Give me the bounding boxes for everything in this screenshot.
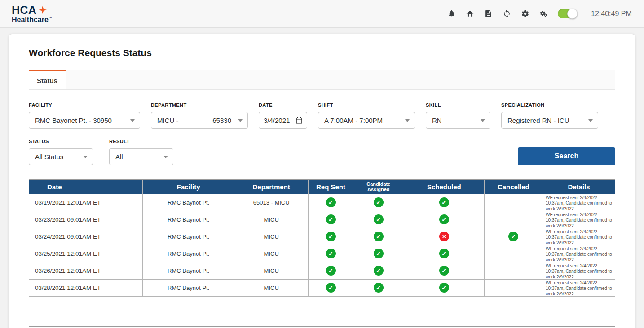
workforce-requests-card: Workforce Requests Status Status FACILIT… [9,34,635,328]
shift-value: A 7:00AM - 7:00PM [324,117,383,124]
check-icon: ✓ [326,283,336,293]
status-select[interactable]: All Status [29,148,93,165]
result-value: All [115,153,123,161]
table-row: 03/25/2021 12:01AM ETRMC Baynot Pt.MICU✓… [29,245,615,262]
trademark: ™ [49,16,52,20]
current-time: 12:40:49 PM [591,10,632,18]
cell-details: WF request sent 2/4/2022 10:37am, Candid… [543,228,615,245]
cell-cancelled [484,194,543,211]
cell-scheduled: × [404,228,485,245]
cell-scheduled: ✓ [404,279,485,296]
cell-req_sent: ✓ [309,245,353,262]
table-row: 03/24/2021 09:01AM ETRMC Baynot Pt.MICU✓… [29,228,615,245]
cell-details: WF request sent 2/4/2022 10:37am, Candid… [543,245,615,262]
settings-gear-icon[interactable] [521,9,529,18]
home-icon[interactable] [466,9,474,18]
cell-date: 03/26/2021 12:01AM ET [29,262,143,279]
cell-scheduled: ✓ [404,194,485,211]
cell-facility: RMC Baynot Pt. [143,245,234,262]
availability-toggle[interactable] [558,9,577,18]
cell-cancelled [484,245,543,262]
cell-date: 03/28/2021 12:01AM ET [29,279,143,296]
details-text: WF request sent 2/4/2022 10:37am, Candid… [546,229,612,244]
cell-department: MICU [234,245,309,262]
chevron-down-icon [130,119,135,122]
chevron-down-icon [163,156,168,158]
chevron-down-icon [405,119,410,122]
cell-date: 03/19/2021 12:01AM ET [29,194,143,211]
department-value: MICU - [157,117,179,124]
col-header-date: Date [29,180,143,194]
results-table-body: 03/19/2021 12:01AM ETRMC Baynot Pt.65013… [29,194,615,296]
cell-candidate_assigned: ✓ [353,245,404,262]
hca-star-icon [38,5,47,14]
specialization-value: Registered RN - ICU [507,117,569,124]
cell-department: MICU [234,211,309,228]
cell-candidate_assigned: ✓ [353,211,404,228]
facility-field: FACILITY RMC Bayonet Pt. - 30950 [29,102,140,129]
check-icon: ✓ [326,214,336,224]
department-select[interactable]: MICU - 65330 [151,112,248,129]
chevron-down-icon [238,119,243,122]
check-icon: ✓ [326,266,336,276]
cell-department: MICU [234,279,309,296]
check-icon: ✓ [374,249,384,258]
department-field: DEPARTMENT MICU - 65330 [151,102,248,129]
check-icon: ✓ [374,232,384,241]
cell-details: WF request sent 2/4/2022 10:37am, Candid… [543,194,615,211]
cell-date: 03/23/2021 09:01AM ET [29,211,143,228]
tab-status[interactable]: Status [29,70,66,89]
cell-facility: RMC Baynot Pt. [143,279,234,296]
results-table-wrap: Date Facility Department Req Sent Candid… [29,179,615,327]
chevron-down-icon [481,119,485,122]
toggle-knob [567,9,578,19]
check-icon: ✓ [374,266,384,276]
shift-select[interactable]: A 7:00AM - 7:00PM [318,112,415,129]
check-icon: ✓ [326,232,336,241]
col-header-department: Department [234,180,309,194]
check-icon: ✓ [439,197,449,207]
cell-department: 65013 - MICU [234,194,309,211]
cell-candidate_assigned: ✓ [353,194,404,211]
cell-req_sent: ✓ [309,262,353,279]
details-text: WF request sent 2/4/2022 10:37am, Candid… [546,212,612,227]
skill-field: SKILL RN [426,102,490,129]
col-header-facility: Facility [143,180,234,194]
cell-scheduled: ✓ [404,245,485,262]
cell-cancelled [484,211,543,228]
facility-label: FACILITY [29,102,140,108]
document-icon[interactable] [484,9,493,18]
specialization-select[interactable]: Registered RN - ICU [501,112,598,129]
check-icon: ✓ [439,249,449,258]
cell-details: WF request sent 2/4/2022 10:37am, Candid… [543,262,615,279]
result-label: RESULT [109,139,173,144]
candidate-header-line2: Assigned [353,187,404,192]
skill-value: RN [432,117,442,124]
cell-facility: RMC Baynot Pt. [143,228,234,245]
calendar-icon[interactable] [295,116,303,124]
table-row: 03/23/2021 09:01AM ETRMC Baynot Pt.MICU✓… [29,211,615,228]
shift-label: SHIFT [318,102,415,108]
status-value: All Status [35,153,63,161]
facility-value: RMC Bayonet Pt. - 30950 [35,117,112,124]
date-input[interactable] [264,117,292,124]
x-icon: × [439,232,449,241]
table-header-row: Date Facility Department Req Sent Candid… [29,180,615,194]
search-button[interactable]: Search [518,147,615,165]
hca-logo[interactable]: HCA Healthcare™ [12,4,52,23]
check-icon: ✓ [326,249,336,258]
filters-row-1: FACILITY RMC Bayonet Pt. - 30950 DEPARTM… [29,102,615,129]
notifications-bell-icon[interactable] [447,9,456,18]
table-row: 03/28/2021 12:01AM ETRMC Baynot Pt.MICU✓… [29,279,615,296]
cell-candidate_assigned: ✓ [353,262,404,279]
facility-select[interactable]: RMC Bayonet Pt. - 30950 [29,112,140,129]
result-select[interactable]: All [109,148,173,165]
col-header-scheduled: Scheduled [404,180,485,194]
cell-cancelled [484,279,543,296]
skill-select[interactable]: RN [426,112,490,129]
status-field: STATUS All Status [29,139,93,165]
services-gears-icon[interactable] [539,9,548,18]
date-label: DATE [259,102,307,108]
refresh-icon[interactable] [503,9,511,18]
check-icon: ✓ [439,214,449,224]
